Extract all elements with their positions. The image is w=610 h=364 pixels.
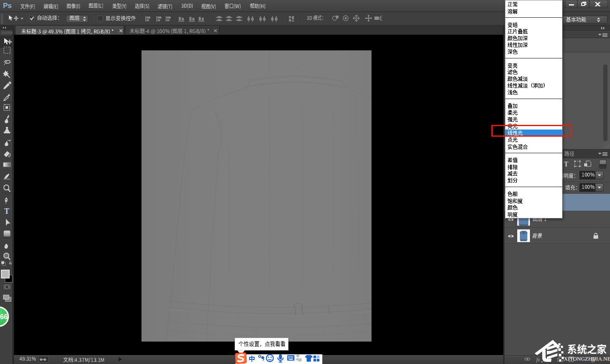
svg-text:66: 66 (0, 313, 8, 320)
svg-text:T: T (4, 207, 9, 215)
svg-text:T: T (564, 160, 568, 168)
svg-text:19: 19 (298, 358, 302, 361)
